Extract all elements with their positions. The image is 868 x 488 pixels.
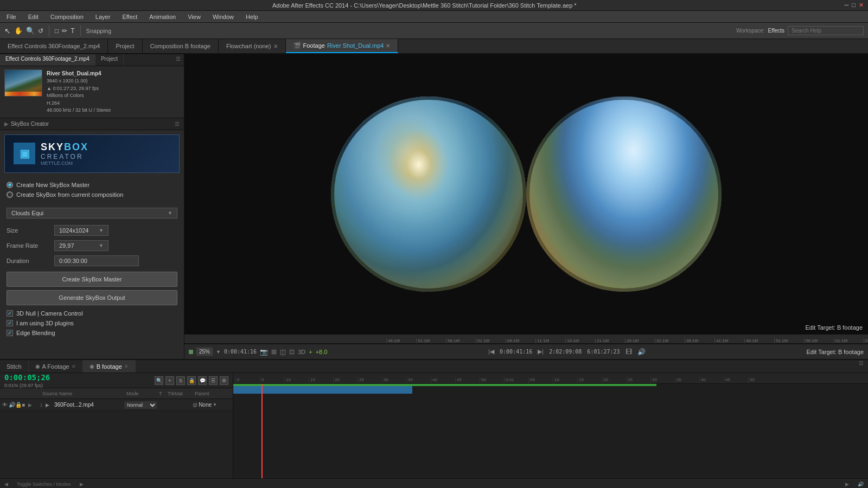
app-title: Adobe After Effects CC 2014 - C:\Users\Y…	[4, 2, 845, 9]
bottom-tab-b-footage-close[interactable]: ✕	[124, 364, 129, 369]
timeline-settings-btn[interactable]: ⚙	[220, 376, 228, 385]
timeline-menu-btn[interactable]: ☰	[209, 376, 218, 385]
toolbar-tool-zoom[interactable]: 🔍	[26, 27, 35, 35]
status-switches-label[interactable]: Toggle Switches / Modes	[17, 481, 71, 487]
tab-footage[interactable]: 🎬 Footage River Shot_Dual.mp4 ✕	[286, 39, 399, 53]
left-panel-menu[interactable]: ☰	[173, 54, 184, 66]
viewer-timeline-ruler[interactable]: 46:16f 51:16f 56:16f 01:16f 06:16f 11:16…	[184, 334, 868, 344]
viewer-3d-btn[interactable]: 3D	[298, 349, 305, 355]
menu-file[interactable]: File	[4, 12, 18, 21]
toolbar-shape[interactable]: □	[55, 27, 59, 35]
status-render-btn[interactable]: ▶	[845, 481, 849, 487]
skybox-logo-area: ▣ SKYBOX CREATOR METTLE.COM	[0, 130, 184, 177]
menu-view[interactable]: View	[186, 12, 203, 21]
timeline-right[interactable]: 0 5 10 15 20 25 30 35 40 45 50 0:01 05 1…	[233, 373, 868, 478]
menu-help[interactable]: Help	[244, 12, 260, 21]
timeline-clip-bar[interactable]	[233, 386, 412, 394]
bottom-panel-menu[interactable]: ☰	[854, 360, 868, 373]
bottom-tab-b-footage[interactable]: ◉ B footage ✕	[83, 360, 136, 373]
toolbar-text[interactable]: T	[71, 27, 74, 35]
left-tab-project[interactable]: Project	[95, 54, 124, 66]
viewer-resolution-indicator	[189, 350, 193, 354]
viewer-audio-icon[interactable]: 🔊	[637, 348, 646, 356]
status-expand-right[interactable]: ▶	[80, 481, 84, 487]
viewer-safe-btn[interactable]: ⊡	[289, 348, 295, 356]
footage-codec: H.264	[47, 100, 111, 107]
checkbox-edge-blending[interactable]	[7, 330, 13, 336]
tab-composition-b[interactable]: Composition B footage	[143, 39, 219, 53]
tab-footage-close[interactable]: ✕	[386, 43, 390, 49]
workspace-area: Workspace: Effects	[736, 26, 864, 35]
tab-flowchart-close[interactable]: ✕	[273, 43, 278, 49]
bottom-tab-a-footage[interactable]: ◉ A Footage ✕	[29, 360, 83, 373]
left-tab-effect-controls[interactable]: Effect Controls 360Footage_2.mp4	[0, 54, 95, 66]
bottom-panel: Stitch ◉ A Footage ✕ ◉ B footage ✕ ☰ 0:0…	[0, 359, 868, 478]
skybox-collapse-icon[interactable]: ▶	[4, 121, 9, 127]
duration-value-display[interactable]	[54, 255, 139, 266]
checkbox-3d-plugins[interactable]	[7, 320, 13, 326]
radio-from-comp[interactable]	[7, 191, 13, 198]
layer-mode-select[interactable]: Normal Add Multiply	[124, 401, 157, 409]
toolbar-tool-rotate[interactable]: ↺	[38, 27, 43, 35]
layer-parent-value[interactable]: None	[199, 402, 212, 408]
layer-name[interactable]: 360Foot...2.mp4	[54, 402, 124, 408]
viewer-timecode[interactable]: 0:00:41:16	[224, 349, 257, 355]
viewer-zoom[interactable]: 25%	[196, 348, 213, 356]
menu-effect[interactable]: Effect	[120, 12, 139, 21]
search-help-input[interactable]	[788, 26, 864, 35]
framerate-value-display: 29,97 ▼	[54, 240, 108, 251]
menu-animation[interactable]: Animation	[147, 12, 178, 21]
menu-layer[interactable]: Layer	[93, 12, 113, 21]
viewer-grid-btn[interactable]: ⊞	[271, 348, 277, 356]
timeline-lock-btn[interactable]: 🔒	[187, 376, 196, 385]
zoom-dropdown-icon[interactable]: ▼	[216, 349, 221, 355]
layer-expand-btn[interactable]: ▶	[28, 402, 37, 408]
footage-info: River Shot_Dual.mp4 3840 x 1920 (1.00) ▲…	[0, 66, 184, 118]
radio-create-new[interactable]	[7, 182, 13, 188]
timeline-solo-btn[interactable]: S	[176, 376, 185, 385]
timeline-add-btn[interactable]: +	[165, 376, 174, 385]
timeline-search-btn[interactable]: 🔍	[155, 376, 163, 385]
viewer-mask-btn[interactable]: ◫	[280, 348, 286, 356]
viewer-start-btn[interactable]: |◀	[488, 348, 494, 355]
tab-flowchart[interactable]: Flowchart (none) ✕	[219, 39, 286, 53]
toolbar-tool-hand[interactable]: ✋	[14, 27, 23, 35]
menu-composition[interactable]: Composition	[48, 12, 86, 21]
generate-skybox-output-button[interactable]: Generate SkyBox Output	[7, 290, 177, 305]
toolbar-tool-select[interactable]: ↖	[4, 27, 11, 35]
duration-input[interactable]	[59, 258, 134, 264]
toolbar-pen[interactable]: ✏	[62, 27, 67, 35]
menu-window[interactable]: Window	[210, 12, 236, 21]
skybox-panel-menu[interactable]: ☰	[175, 121, 180, 127]
viewer-capture-btn[interactable]: 📷	[260, 348, 268, 356]
timeline-comment-btn[interactable]: 💬	[198, 376, 207, 385]
viewer-film-icon[interactable]: 🎞	[626, 348, 632, 356]
layer-eye-btn[interactable]: 👁	[2, 402, 9, 408]
timeline-playhead[interactable]	[261, 384, 263, 478]
maximize-btn[interactable]: □	[852, 2, 856, 9]
viewer-plus-value: +	[309, 349, 312, 355]
layer-audio-btn[interactable]: 🔊	[9, 402, 15, 408]
close-btn[interactable]: ✕	[859, 2, 864, 9]
layer-lock-btn[interactable]: 🔒	[15, 402, 22, 408]
tab-project[interactable]: Project	[108, 39, 142, 53]
minimize-btn[interactable]: ─	[845, 2, 849, 9]
timeline-timecode[interactable]: 0:00:05;26	[4, 373, 50, 382]
workspace-value[interactable]: Effects	[768, 28, 784, 34]
bottom-tab-stitch[interactable]: Stitch	[0, 360, 29, 373]
tab-flowchart-label: Flowchart (none)	[226, 43, 271, 49]
size-chevron: ▼	[99, 228, 104, 233]
footage-thumbnail	[4, 69, 42, 97]
snapping-label: Snapping	[86, 28, 112, 34]
tab-effect-controls[interactable]: Effect Controls 360Footage_2.mp4	[0, 39, 108, 53]
preset-dropdown[interactable]: Clouds Equi ▼	[7, 208, 177, 219]
viewer-next-btn[interactable]: ▶|	[538, 348, 544, 355]
bottom-tab-a-footage-close[interactable]: ✕	[72, 364, 76, 369]
menu-edit[interactable]: Edit	[26, 12, 41, 21]
checkbox-null-camera[interactable]	[7, 310, 13, 317]
status-audio-btn[interactable]: 🔊	[858, 481, 864, 487]
create-skybox-master-button[interactable]: Create SkyBox Master	[7, 272, 177, 287]
status-expand-btn[interactable]: ◀	[4, 481, 8, 487]
footage-duration: ▲ 0:01:27:23, 29.97 fps	[47, 85, 111, 93]
viewer-controls: 25% ▼ 0:00:41:16 📷 ⊞ ◫ ⊡ 3D + +8.0 |◀ 0:…	[184, 344, 868, 359]
